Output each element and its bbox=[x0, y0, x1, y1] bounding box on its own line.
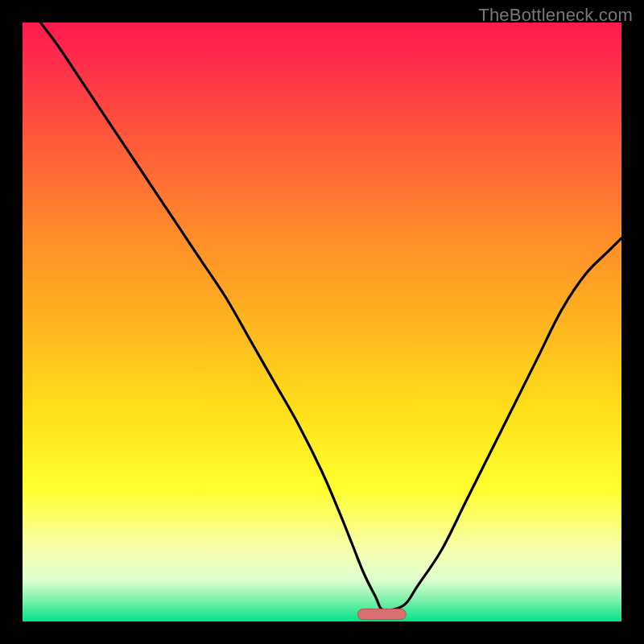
chart-frame: TheBottleneck.com bbox=[0, 0, 644, 644]
optimal-range-marker bbox=[358, 609, 407, 620]
bottleneck-chart bbox=[23, 23, 621, 621]
gradient-background bbox=[23, 23, 621, 621]
plot-area bbox=[23, 23, 621, 621]
